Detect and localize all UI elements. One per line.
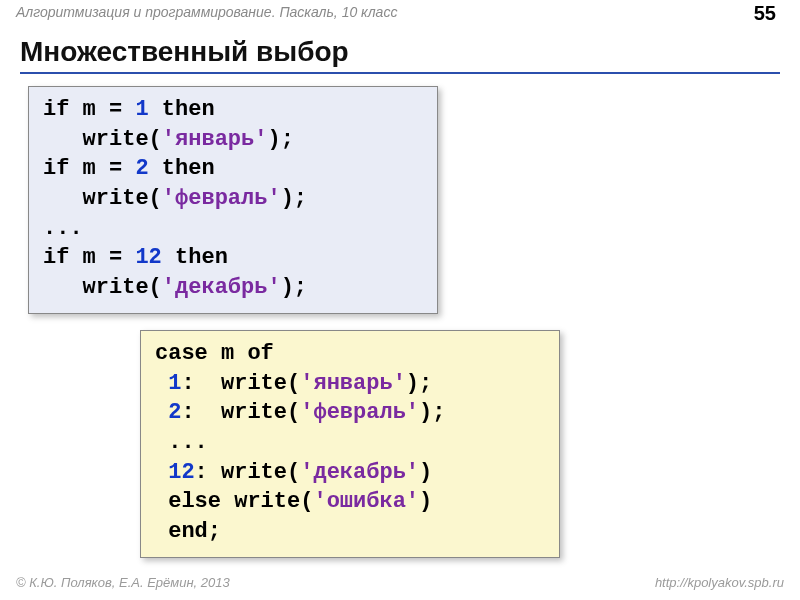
code-line: write('январь'); <box>43 125 423 155</box>
code-line: ... <box>43 214 423 244</box>
header-bar: Алгоритмизация и программирование. Паска… <box>0 0 800 30</box>
page-title: Множественный выбор <box>20 36 780 74</box>
code-line: if m = 1 then <box>43 95 423 125</box>
code-line: else write('ошибка') <box>155 487 545 517</box>
code-line: 2: write('февраль'); <box>155 398 545 428</box>
code-line: ... <box>155 428 545 458</box>
footer: © К.Ю. Поляков, Е.А. Ерёмин, 2013 http:/… <box>16 575 784 590</box>
code-line: end; <box>155 517 545 547</box>
footer-url: http://kpolyakov.spb.ru <box>655 575 784 590</box>
page-number: 55 <box>754 2 776 25</box>
code-line: write('декабрь'); <box>43 273 423 303</box>
code-line: 12: write('декабрь') <box>155 458 545 488</box>
copyright: © К.Ю. Поляков, Е.А. Ерёмин, 2013 <box>16 575 230 590</box>
code-line: case m of <box>155 339 545 369</box>
breadcrumb: Алгоритмизация и программирование. Паска… <box>16 4 397 20</box>
code-line: if m = 2 then <box>43 154 423 184</box>
code-line: if m = 12 then <box>43 243 423 273</box>
code-block-case: case m of 1: write('январь'); 2: write('… <box>140 330 560 558</box>
code-line: 1: write('январь'); <box>155 369 545 399</box>
code-block-if: if m = 1 then write('январь');if m = 2 t… <box>28 86 438 314</box>
code-line: write('февраль'); <box>43 184 423 214</box>
